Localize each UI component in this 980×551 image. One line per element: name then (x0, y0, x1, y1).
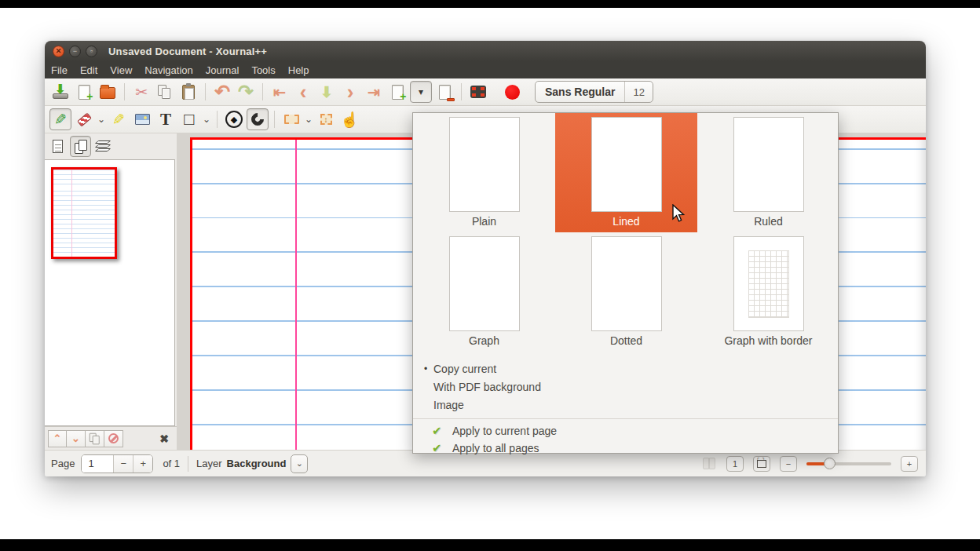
menu-edit[interactable]: Edit (74, 63, 104, 78)
zoom-slider-handle[interactable] (824, 458, 836, 469)
template-label: Plain (472, 215, 496, 228)
insert-page-button[interactable]: + (386, 81, 408, 103)
next-annotated-page-button[interactable]: ⬇ (316, 81, 338, 103)
undo-button[interactable]: ↶ (211, 81, 233, 103)
open-folder-icon (100, 87, 115, 99)
toolbar-separator (217, 111, 218, 128)
first-page-icon: ⇤ (273, 85, 286, 100)
maximize-window-icon[interactable]: ▫ (86, 46, 97, 57)
option-image[interactable]: Image (413, 396, 838, 414)
page-increment-button[interactable]: + (133, 455, 152, 473)
layer-value: Background (227, 458, 287, 469)
font-button[interactable]: Sans Regular 12 (535, 81, 653, 103)
paste-button[interactable] (177, 81, 199, 103)
stop-button[interactable] (104, 430, 123, 447)
menu-help[interactable]: Help (282, 63, 316, 78)
page-number-input[interactable]: 1 (82, 455, 113, 473)
popup-separator (413, 418, 838, 419)
zoom-out-button[interactable]: − (780, 456, 797, 472)
font-name: Sans Regular (536, 82, 624, 102)
option-with-pdf-background[interactable]: With PDF background (413, 378, 838, 396)
close-window-icon[interactable]: ✕ (53, 46, 64, 57)
page-template-dropdown-button[interactable]: ▾ (410, 81, 432, 103)
vertical-space-icon: ↕ (320, 114, 332, 125)
cut-button[interactable]: ✂ (130, 81, 152, 103)
select-rectangle-button[interactable] (280, 108, 302, 130)
next-page-button[interactable]: › (339, 81, 361, 103)
template-dotted[interactable]: Dotted (555, 232, 697, 353)
copy-icon (158, 85, 172, 99)
select-options-chevron[interactable]: ⌄ (303, 114, 314, 125)
copy-button[interactable] (154, 81, 176, 103)
hand-tool-button[interactable]: ☝ (338, 108, 360, 130)
page-label: Page (51, 458, 75, 469)
menu-view[interactable]: View (104, 63, 138, 78)
dropdown-arrow-icon: ▾ (419, 87, 423, 97)
toolbar-separator (205, 83, 206, 100)
last-page-icon: ⇥ (368, 85, 380, 100)
template-graph[interactable]: Graph (413, 232, 555, 353)
move-page-up-button[interactable]: ⌃ (48, 430, 67, 447)
fullscreen-button[interactable] (467, 81, 489, 103)
menu-bar: File Edit View Navigation Journal Tools … (45, 61, 926, 78)
eraser-tool-button[interactable] (73, 108, 95, 130)
save-button[interactable]: ⬇ (49, 81, 71, 103)
delete-page-icon (439, 85, 451, 100)
shape-recognizer-button[interactable]: ◆ (223, 108, 245, 130)
template-label: Graph with border (724, 334, 812, 347)
last-page-button[interactable]: ⇥ (363, 81, 385, 103)
layer-dropdown-button[interactable]: ⌄ (291, 454, 308, 473)
option-label: Image (424, 399, 464, 411)
zoom-in-button[interactable]: + (901, 456, 918, 472)
check-icon: ✔ (432, 441, 452, 455)
zoom-slider[interactable] (806, 462, 891, 465)
first-page-button[interactable]: ⇤ (269, 81, 291, 103)
template-ruled[interactable]: Ruled (697, 113, 839, 232)
minimize-window-icon[interactable]: − (69, 46, 81, 57)
snapping-button[interactable] (247, 108, 269, 130)
close-sidebar-icon[interactable]: ✖ (159, 432, 169, 445)
menu-file[interactable]: File (45, 63, 74, 78)
apply-to-all-pages[interactable]: ✔ Apply to all pages (413, 440, 838, 457)
menu-navigation[interactable]: Navigation (138, 63, 199, 78)
image-tool-button[interactable] (131, 108, 153, 130)
plain-preview (449, 117, 520, 212)
vertical-space-button[interactable]: ↕ (315, 108, 337, 130)
window-title: Unsaved Document - Xournal++ (108, 46, 267, 57)
record-button[interactable] (501, 81, 523, 103)
eraser-options-chevron[interactable]: ⌄ (96, 114, 107, 125)
zoom-fit-icon (757, 460, 766, 468)
delete-page-button[interactable] (433, 81, 455, 103)
copy-page-button[interactable] (86, 430, 104, 447)
menu-tools[interactable]: Tools (245, 63, 281, 78)
zoom-fit-button[interactable] (753, 456, 770, 472)
apply-to-current-page[interactable]: ✔ Apply to current page (413, 422, 838, 440)
insert-page-icon: + (392, 85, 404, 100)
redo-button[interactable]: ↷ (235, 81, 257, 103)
template-label: Graph (469, 334, 499, 347)
down-arrow-icon: ⬇ (320, 85, 333, 100)
open-button[interactable] (97, 81, 119, 103)
pen-tool-button[interactable]: ✎ (49, 108, 71, 130)
previous-page-button[interactable]: ‹ (292, 81, 314, 103)
menu-journal[interactable]: Journal (199, 63, 246, 78)
toolbar-separator (262, 83, 263, 100)
sidebar-tab-contents[interactable] (47, 136, 68, 157)
page-decrement-button[interactable]: − (113, 455, 133, 473)
contents-icon (53, 140, 63, 153)
sidebar-tab-pages[interactable] (70, 136, 91, 157)
shape-tool-button[interactable]: □ (178, 108, 200, 130)
page-thumbnail[interactable] (51, 167, 117, 259)
option-copy-current[interactable]: • Copy current (413, 359, 838, 378)
new-document-button[interactable]: + (73, 81, 95, 103)
text-tool-button[interactable]: T (155, 108, 177, 130)
template-plain[interactable]: Plain (413, 113, 555, 232)
template-graph-with-border[interactable]: Graph with border (697, 232, 839, 353)
shape-options-chevron[interactable]: ⌄ (201, 114, 212, 125)
page-template-popup: Plain Lined Ruled Graph Dotted Graph wit… (412, 112, 839, 454)
sidebar-tab-layers[interactable] (93, 136, 114, 157)
move-page-down-button[interactable]: ⌄ (67, 430, 86, 447)
zoom-100-button[interactable]: 1 (726, 456, 744, 472)
page-count-label: of 1 (163, 458, 180, 469)
highlighter-tool-button[interactable]: ✎ (108, 108, 130, 130)
